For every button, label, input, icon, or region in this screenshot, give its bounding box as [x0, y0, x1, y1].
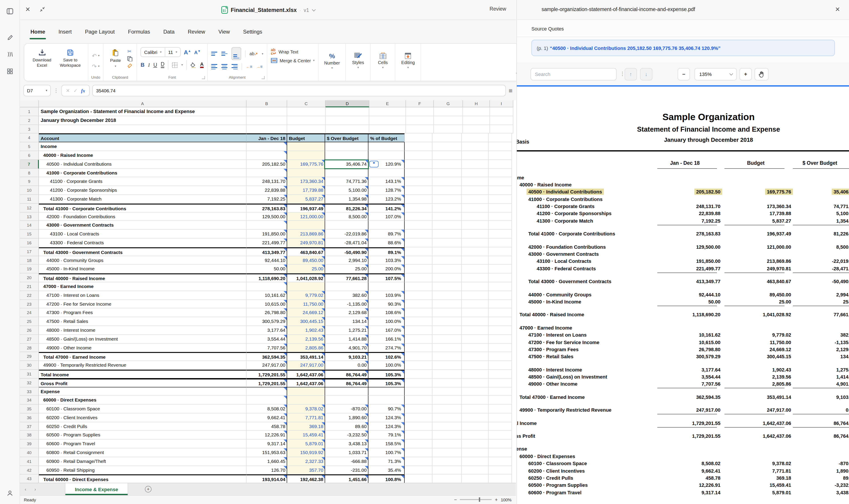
- cell-B25[interactable]: 300,579.29: [247, 317, 287, 326]
- cell-F34[interactable]: [404, 396, 432, 405]
- cell-E17[interactable]: 89.1%: [368, 247, 404, 256]
- cell-C22[interactable]: 9,779.02: [287, 291, 325, 300]
- cell-D31[interactable]: 86,764.49: [325, 370, 368, 379]
- cell-G14[interactable]: [432, 221, 462, 230]
- pdf-search-input[interactable]: [530, 68, 617, 80]
- decrease-indent-icon[interactable]: ←≡: [246, 65, 252, 69]
- cell-I17[interactable]: [489, 247, 512, 256]
- grow-font-icon[interactable]: A▲: [184, 49, 191, 55]
- col-header-D[interactable]: D: [326, 100, 369, 107]
- row-header-29[interactable]: 29: [20, 352, 39, 361]
- cell-A18[interactable]: 44000 · Community Groups: [39, 256, 247, 265]
- cell-A26[interactable]: 48000 · Interest Income: [39, 326, 247, 335]
- cell-G7[interactable]: [432, 160, 462, 169]
- font-name-select[interactable]: Calibri▾: [141, 48, 165, 56]
- merge-center-button[interactable]: Merge & Center ▾: [271, 58, 314, 63]
- cell-E41[interactable]: 71.3%: [368, 457, 404, 466]
- cell-A16[interactable]: 43300 · Federal Contracts: [39, 238, 247, 247]
- cell-B10[interactable]: 22,839.88: [247, 186, 287, 195]
- row-header-20[interactable]: 20: [20, 273, 39, 282]
- cell-E38[interactable]: 79.1%: [368, 431, 404, 440]
- cell-H40[interactable]: [462, 448, 489, 457]
- cell-C29[interactable]: 353,491.14: [287, 352, 325, 361]
- format-painter-icon[interactable]: [127, 63, 133, 69]
- zoom-percent[interactable]: 100%: [501, 497, 511, 502]
- cell-H18[interactable]: [462, 256, 489, 265]
- grid-cell[interactable]: [404, 133, 432, 142]
- row-header-41[interactable]: 41: [20, 457, 39, 466]
- row-header-31[interactable]: 31: [20, 370, 39, 379]
- italic-icon[interactable]: I: [148, 61, 150, 68]
- cell-H16[interactable]: [462, 238, 489, 247]
- alignment-dialog-launcher-icon[interactable]: [261, 76, 265, 79]
- cell-E24[interactable]: 108.6%: [368, 308, 404, 317]
- cell-I41[interactable]: [489, 457, 512, 466]
- cell-C25[interactable]: 300,445.15: [287, 317, 325, 326]
- cell-E19[interactable]: 200.0%: [368, 265, 404, 274]
- cell-F29[interactable]: [404, 352, 432, 361]
- cell-A12[interactable]: Total 41000 · Corporate Contributions: [39, 204, 247, 213]
- cell-B13[interactable]: 129,500.00: [247, 212, 287, 221]
- pdf-toolbar-dots-icon[interactable]: ⋮: [620, 71, 625, 77]
- cell-D33[interactable]: [325, 387, 368, 396]
- cell-H17[interactable]: [462, 247, 489, 256]
- cell-E23[interactable]: 90.3%: [368, 300, 404, 308]
- row-header-19[interactable]: 19: [20, 265, 39, 274]
- zoom-out-icon[interactable]: −: [454, 497, 457, 502]
- download-excel-button[interactable]: Download Excel: [28, 47, 56, 68]
- cut-icon[interactable]: ✂: [127, 49, 133, 54]
- cell-A5[interactable]: Income: [39, 142, 247, 151]
- cell-I15[interactable]: [489, 230, 512, 238]
- cell-F1[interactable]: [406, 107, 434, 116]
- cell-B42[interactable]: 126.70: [247, 466, 287, 475]
- row-header-7[interactable]: 7: [20, 160, 39, 169]
- cell-B32[interactable]: 1,729,201.55: [247, 378, 287, 387]
- cell-G38[interactable]: [432, 431, 462, 440]
- cell-E33[interactable]: [368, 387, 404, 396]
- col-header-C[interactable]: C: [287, 100, 326, 107]
- cell-A24[interactable]: 47300 · Program Fees: [39, 308, 247, 317]
- ribbon-tab-insert[interactable]: Insert: [58, 26, 73, 37]
- pan-hand-icon[interactable]: [755, 68, 769, 80]
- cell-B12[interactable]: 278,163.83: [247, 204, 287, 213]
- cell-I39[interactable]: [489, 440, 512, 449]
- cell-A28[interactable]: 49000 · Other Income: [39, 343, 247, 352]
- cell-A23[interactable]: 47200 · Fee for Service Income: [39, 300, 247, 308]
- cell-F31[interactable]: [404, 370, 432, 379]
- cell-H21[interactable]: [462, 282, 489, 291]
- cell-G10[interactable]: [432, 186, 462, 195]
- cell-D36[interactable]: 1,890.60: [325, 413, 368, 422]
- cell-G1[interactable]: [434, 107, 463, 116]
- cell-C11[interactable]: 5,837.27: [287, 195, 325, 204]
- cell-A27[interactable]: 48500 · Gain/(Loss) on Investment: [39, 335, 247, 343]
- cell-F41[interactable]: [404, 457, 432, 466]
- col-header-F[interactable]: F: [406, 100, 434, 107]
- cell-B3[interactable]: [247, 125, 287, 133]
- align-top-icon[interactable]: [211, 52, 217, 56]
- cell-G2[interactable]: [434, 116, 463, 125]
- cell-I36[interactable]: [489, 413, 512, 422]
- grid-cell[interactable]: [489, 133, 512, 142]
- row-header-37[interactable]: 37: [20, 422, 39, 431]
- cell-E16[interactable]: 88.6%: [368, 238, 404, 247]
- cell-G23[interactable]: [432, 300, 462, 308]
- cell-B30[interactable]: 247,917.00: [247, 361, 287, 370]
- cell-H28[interactable]: [462, 343, 489, 352]
- review-button[interactable]: Review: [490, 6, 506, 12]
- cell-I28[interactable]: [489, 343, 512, 352]
- cell-A8[interactable]: 41000 · Corporate Contributions: [39, 168, 247, 177]
- cell-C9[interactable]: 173,360.34: [287, 177, 325, 186]
- cell-H5[interactable]: [462, 142, 489, 151]
- cell-D2[interactable]: [326, 116, 369, 125]
- cell-C3[interactable]: [287, 125, 326, 133]
- cell-E20[interactable]: 107.5%: [368, 273, 404, 282]
- cell-H8[interactable]: [462, 168, 489, 177]
- row-header-6[interactable]: 6: [20, 151, 39, 160]
- zoom-slider[interactable]: [460, 499, 492, 500]
- cell-A35[interactable]: 60100 · Classroom Space: [39, 404, 247, 413]
- cell-E8[interactable]: [368, 168, 404, 177]
- cell-I20[interactable]: [489, 273, 512, 282]
- row-header-35[interactable]: 35: [20, 404, 39, 413]
- cell-D20[interactable]: 77,661.28: [325, 273, 368, 282]
- cell-G9[interactable]: [432, 177, 462, 186]
